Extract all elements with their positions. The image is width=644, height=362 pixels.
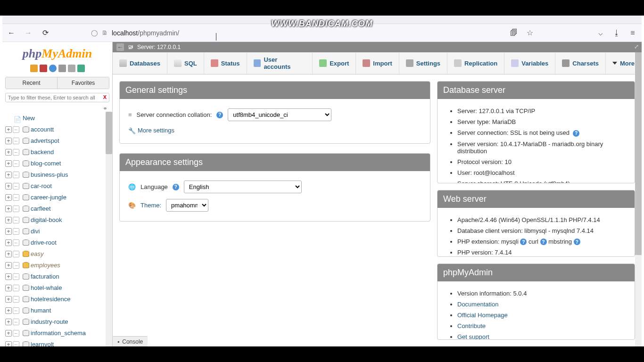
help-icon[interactable]: ? [173, 184, 179, 190]
tree-item[interactable]: +‒information_schema [2, 328, 112, 339]
expand-icon[interactable]: ‒ [13, 330, 19, 337]
help-icon[interactable] [49, 65, 57, 72]
tree-item[interactable]: +‒digital-book [2, 214, 112, 226]
expand-icon[interactable]: + [5, 194, 12, 201]
help-icon[interactable]: ? [540, 239, 547, 245]
bookmark-icon[interactable]: ☆ [526, 29, 534, 37]
tab-charsets[interactable]: Charsets [555, 52, 606, 74]
tree-item[interactable]: +‒hotel-whale [2, 282, 112, 294]
home-icon[interactable] [30, 65, 38, 72]
theme-select[interactable]: pmahomme [166, 199, 208, 212]
expand-icon[interactable]: ‒ [13, 341, 19, 346]
expand-icon[interactable]: ‒ [13, 138, 19, 144]
link-icon[interactable]: ⚭ [2, 104, 112, 112]
tree-item[interactable]: +‒divi [2, 226, 112, 237]
expand-icon[interactable]: + [5, 273, 12, 280]
expand-icon[interactable]: + [5, 183, 12, 189]
expand-icon[interactable]: + [5, 341, 12, 346]
tree-item[interactable]: +‒industry-route [2, 316, 112, 328]
menu-icon[interactable]: ≡ [628, 29, 637, 37]
tree-item[interactable]: +‒blog-comet [2, 158, 112, 169]
tree-item[interactable]: +‒car-root [2, 181, 112, 192]
forward-button[interactable]: → [24, 29, 33, 37]
expand-icon[interactable]: + [5, 228, 12, 235]
pocket-icon[interactable]: ⌵ [596, 29, 605, 37]
expand-icon[interactable]: + [5, 138, 12, 144]
collation-select[interactable]: utf8mb4_unicode_ci [228, 108, 331, 121]
tree-new[interactable]: 📄 New [2, 113, 112, 124]
expand-icon[interactable]: ‒ [13, 206, 19, 212]
expand-icon[interactable]: + [5, 239, 12, 246]
expand-icon[interactable]: + [5, 285, 12, 291]
expand-icon[interactable]: ‒ [13, 183, 19, 189]
theme-label[interactable]: Theme: [140, 202, 161, 209]
expand-icon[interactable]: ‒ [13, 194, 19, 201]
expand-icon[interactable]: ‒ [13, 307, 19, 314]
tab-recent[interactable]: Recent [6, 77, 58, 89]
back-button[interactable]: ← [7, 29, 16, 37]
expand-icon[interactable]: + [5, 262, 12, 269]
tab-databases[interactable]: Databases [113, 52, 167, 74]
expand-icon[interactable]: ‒ [13, 149, 19, 156]
help-icon[interactable]: ? [216, 112, 223, 118]
tree-item[interactable]: +‒humant [2, 305, 112, 316]
downloads-icon[interactable]: ⭳ [612, 29, 621, 37]
tree-item[interactable]: +‒carfleet [2, 203, 112, 214]
expand-icon[interactable]: + [5, 330, 12, 337]
expand-icon[interactable]: ‒ [13, 273, 19, 280]
expand-icon[interactable]: + [5, 126, 12, 133]
expand-icon[interactable]: + [5, 307, 12, 314]
tree-item[interactable]: +‒business-plus [2, 169, 112, 181]
logo[interactable]: phpMyAdmin [2, 42, 112, 63]
tab-settings-top[interactable]: Settings [399, 52, 447, 74]
tree-item[interactable]: +‒career-jungle [2, 192, 112, 203]
expand-icon[interactable]: ‒ [13, 296, 19, 303]
link-item[interactable]: Documentation [457, 299, 626, 310]
expand-icon[interactable]: ‒ [13, 285, 19, 291]
tree-item[interactable]: +‒employees [2, 260, 112, 271]
tab-replication[interactable]: Replication [447, 52, 504, 74]
tab-variables[interactable]: Variables [504, 52, 555, 74]
expand-icon[interactable]: + [5, 160, 12, 167]
link-item[interactable]: Official Homepage [457, 310, 626, 321]
expand-icon[interactable]: + [5, 149, 12, 156]
tab-favorites[interactable]: Favorites [58, 77, 109, 89]
expand-icon[interactable]: + [5, 217, 12, 223]
tab-sql[interactable]: SQL [167, 52, 204, 74]
tab-import[interactable]: Import [356, 52, 399, 74]
tree-item[interactable]: +‒easy [2, 248, 112, 260]
link-item[interactable]: Contribute [457, 321, 626, 331]
expand-icon[interactable]: ‒ [13, 172, 19, 178]
expand-icon[interactable]: + [5, 251, 12, 257]
filter-input[interactable] [5, 93, 109, 102]
expand-icon[interactable]: + [5, 319, 12, 325]
expand-icon[interactable]: ‒ [13, 160, 19, 167]
nav-back-icon[interactable]: ← [116, 43, 124, 51]
tree-item[interactable]: +‒accountt [2, 124, 112, 135]
tree-item[interactable]: +‒facturation [2, 271, 112, 282]
tree-item[interactable]: +‒hotelresidence [2, 294, 112, 305]
expand-icon[interactable]: ‒ [13, 319, 19, 325]
tree-item[interactable]: +‒drive-root [2, 237, 112, 248]
tree-scrollbar[interactable]: ^ [106, 112, 112, 346]
link-item[interactable]: Get support [457, 331, 626, 340]
expand-icon[interactable]: ‒ [13, 228, 19, 235]
expand-icon[interactable]: ‒ [13, 126, 19, 133]
language-select[interactable]: English [184, 181, 302, 193]
expand-icon[interactable]: ‒ [13, 251, 19, 257]
filter-clear[interactable]: X [103, 94, 107, 100]
expand-icon[interactable]: ‒ [13, 262, 19, 269]
expand-icon[interactable]: + [5, 296, 12, 303]
tab-users[interactable]: User accounts [247, 52, 313, 74]
help-icon[interactable]: ? [574, 239, 580, 245]
expand-icon[interactable]: ‒ [13, 239, 19, 246]
tree-item[interactable]: +‒learnvolt [2, 339, 112, 346]
tab-status[interactable]: Status [204, 52, 247, 74]
help-icon[interactable]: ? [573, 130, 579, 137]
tree-item[interactable]: +‒backend [2, 147, 112, 158]
docs-icon[interactable] [58, 65, 66, 72]
more-settings-link[interactable]: 🔧 More settings [128, 124, 174, 137]
tree-item[interactable]: +‒advertspot [2, 135, 112, 147]
console-bar[interactable]: ▪ Console [113, 336, 148, 346]
url-bar[interactable]: ◯ 🗎 localhost/phpmyadmin/ [86, 29, 454, 37]
